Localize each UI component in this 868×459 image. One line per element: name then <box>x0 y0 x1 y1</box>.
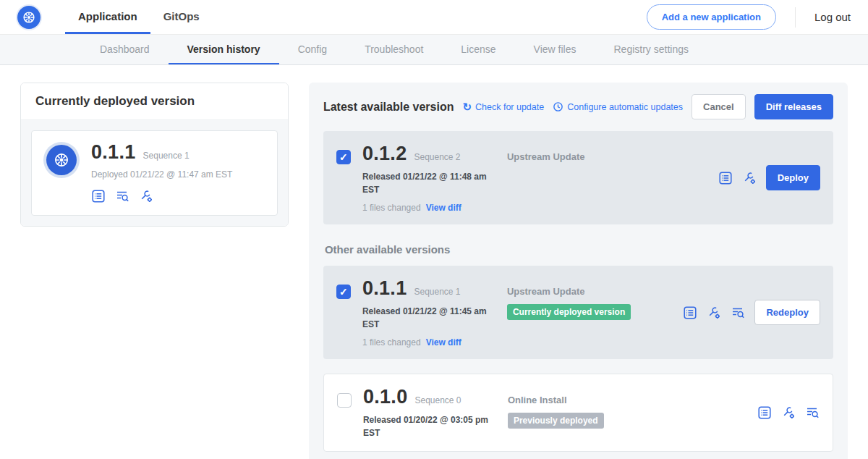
currently-deployed-badge: Currently deployed version <box>507 304 631 320</box>
release-notes-icon[interactable] <box>91 189 106 203</box>
release-notes-icon[interactable] <box>718 171 733 185</box>
version-checkbox[interactable] <box>336 150 351 164</box>
version-checkbox[interactable] <box>336 285 351 299</box>
view-diff-link[interactable]: View diff <box>426 337 461 348</box>
version-row: 0.1.1 Sequence 1 Released 01/21/22 @ 11:… <box>323 266 833 359</box>
preflight-checks-icon[interactable] <box>805 405 820 420</box>
preflight-checks-icon[interactable] <box>115 189 129 203</box>
deployed-version-card: 0.1.1 Sequence 1 Deployed 01/21/22 @ 11:… <box>31 130 278 216</box>
app-subnav: Dashboard Version history Config Trouble… <box>0 35 868 65</box>
tab-version-history[interactable]: Version history <box>169 35 279 64</box>
version-row: 0.1.0 Sequence 0 Released 01/20/22 @ 03:… <box>323 374 833 452</box>
deployed-card-title: Currently deployed version <box>21 83 288 119</box>
tab-view-files[interactable]: View files <box>515 35 595 64</box>
add-application-button[interactable]: Add a new application <box>647 4 776 30</box>
version-number: 0.1.2 <box>362 143 407 165</box>
currently-deployed-card: Currently deployed version 0.1.1 Sequen <box>20 83 289 227</box>
edit-config-icon[interactable] <box>139 189 153 203</box>
tab-troubleshoot[interactable]: Troubleshoot <box>346 35 442 64</box>
refresh-icon: ↻ <box>462 101 472 112</box>
deployed-sequence-label: Sequence 1 <box>143 151 190 161</box>
redeploy-button[interactable]: Redeploy <box>754 300 820 325</box>
tab-dashboard[interactable]: Dashboard <box>81 35 169 64</box>
top-bar: Application GitOps Add a new application… <box>0 0 868 35</box>
app-kubernetes-icon <box>46 145 77 175</box>
clock-icon <box>553 101 563 112</box>
tab-config[interactable]: Config <box>279 35 346 64</box>
deployed-timestamp: Deployed 01/21/22 @ 11:47 am EST <box>91 169 232 180</box>
tab-registry-settings[interactable]: Registry settings <box>595 35 707 64</box>
deploy-button[interactable]: Deploy <box>766 165 820 190</box>
cancel-button[interactable]: Cancel <box>692 94 746 119</box>
tab-license[interactable]: License <box>442 35 514 64</box>
configure-automatic-updates-link[interactable]: Configure automatic updates <box>553 101 683 112</box>
sequence-label: Sequence 2 <box>414 152 460 162</box>
version-history-panel: Latest available version ↻ Check for upd… <box>309 83 848 459</box>
main-content: Currently deployed version 0.1.1 Sequen <box>0 65 868 459</box>
deployed-version-number: 0.1.1 <box>91 141 136 164</box>
version-number: 0.1.1 <box>362 277 407 300</box>
version-source-label: Online Install <box>508 395 658 405</box>
kubernetes-logo-icon <box>17 6 41 29</box>
previously-deployed-badge: Previously deployed <box>508 413 604 429</box>
released-timestamp: Released 01/21/22 @ 11:48 am EST <box>362 170 494 196</box>
tab-application[interactable]: Application <box>65 0 150 34</box>
edit-config-icon[interactable] <box>781 405 796 420</box>
edit-config-icon[interactable] <box>707 306 721 320</box>
release-notes-icon[interactable] <box>757 405 772 420</box>
sequence-label: Sequence 1 <box>414 287 460 297</box>
version-source-label: Upstream Update <box>507 286 658 297</box>
version-number: 0.1.0 <box>363 386 408 408</box>
view-diff-link[interactable]: View diff <box>426 203 461 213</box>
diff-releases-button[interactable]: Diff releases <box>754 94 833 119</box>
latest-version-title: Latest available version <box>323 101 454 114</box>
edit-config-icon[interactable] <box>742 171 757 185</box>
files-changed-label: 1 files changed <box>362 203 421 213</box>
version-row: 0.1.2 Sequence 2 Released 01/21/22 @ 11:… <box>323 131 833 224</box>
files-changed-label: 1 files changed <box>362 337 421 348</box>
version-source-label: Upstream Update <box>507 151 658 162</box>
other-versions-title: Other available versions <box>325 243 833 256</box>
logout-button[interactable]: Log out <box>795 7 851 28</box>
check-for-update-link[interactable]: ↻ Check for update <box>462 101 544 112</box>
release-notes-icon[interactable] <box>683 306 697 320</box>
released-timestamp: Released 01/21/22 @ 11:45 am EST <box>362 305 494 331</box>
tab-gitops[interactable]: GitOps <box>150 0 213 34</box>
version-checkbox[interactable] <box>337 393 352 408</box>
sequence-label: Sequence 0 <box>414 395 461 405</box>
deployed-card-body: 0.1.1 Sequence 1 Deployed 01/21/22 @ 11:… <box>21 119 288 226</box>
preflight-checks-icon[interactable] <box>731 306 745 320</box>
released-timestamp: Released 01/20/22 @ 03:05 pm EST <box>363 413 495 439</box>
